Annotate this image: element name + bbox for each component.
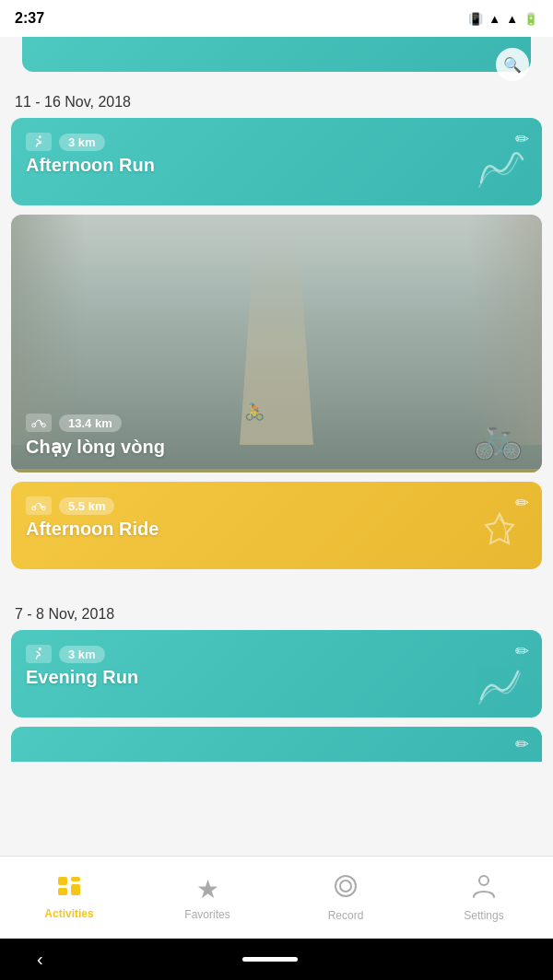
activity-meta: 3 km (26, 133, 527, 151)
svg-rect-8 (58, 888, 67, 895)
card-content: 13.4 km Chạy lòng vòng (11, 215, 542, 472)
home-pill[interactable] (242, 957, 298, 962)
activity-name: Afternoon Ride (26, 519, 527, 540)
record-label: Record (328, 909, 364, 922)
nav-item-activities[interactable]: Activities (0, 875, 138, 920)
activity-card-evening-run[interactable]: ✏ 3 km Evening Run (11, 630, 542, 718)
activity-name: Afternoon Run (26, 155, 527, 176)
distance-badge: 3 km (59, 646, 105, 663)
card-content: 3 km Evening Run (11, 630, 542, 703)
date-header-2: 7 - 8 Nov, 2018 (0, 593, 553, 630)
svg-point-5 (39, 648, 41, 650)
edit-icon-partial[interactable]: ✏ (515, 734, 529, 754)
activity-card-chay-long-vong[interactable]: 🚴 🚲 13.4 km Chạy lòng vòng (11, 215, 542, 472)
settings-label: Settings (464, 909, 503, 922)
cycle-icon (26, 414, 52, 432)
distance-badge: 5.5 km (59, 497, 114, 515)
battery-icon: 🔋 (524, 12, 538, 26)
status-time: 2:37 (15, 10, 44, 27)
home-bar: ‹ (0, 939, 553, 980)
record-icon (333, 873, 359, 905)
activity-card-afternoon-run[interactable]: ✏ 3 km Afternoon Run (11, 118, 542, 205)
activity-name: Evening Run (26, 667, 527, 688)
svg-point-10 (335, 876, 356, 896)
signal-vibrate-icon: 📳 (468, 12, 483, 26)
edit-icon[interactable]: ✏ (515, 641, 529, 661)
search-button[interactable]: 🔍 (496, 48, 529, 81)
svg-rect-7 (71, 877, 80, 881)
cycle-icon (26, 496, 52, 515)
wifi-icon: ▲ (488, 12, 500, 26)
run-icon (26, 645, 52, 663)
edit-icon[interactable]: ✏ (515, 129, 529, 149)
activity-meta: 3 km (26, 645, 527, 663)
partial-bottom-card: ✏ (11, 727, 542, 762)
distance-badge: 3 km (59, 134, 105, 151)
svg-point-12 (479, 876, 488, 885)
status-icons: 📳 ▲ ▲ 🔋 (468, 12, 538, 26)
activity-card-afternoon-ride[interactable]: ✏ 5.5 km Afternoon Ride (11, 482, 542, 569)
svg-point-0 (39, 135, 41, 138)
svg-rect-9 (71, 884, 80, 895)
activity-name: Chạy lòng vòng (26, 436, 527, 458)
favorites-label: Favorites (184, 908, 229, 921)
status-bar: 2:37 📳 ▲ ▲ 🔋 (0, 0, 553, 37)
back-button[interactable]: ‹ (37, 949, 43, 970)
nav-item-settings[interactable]: Settings (415, 873, 553, 922)
favorites-icon: ★ (196, 874, 219, 904)
card-content: 5.5 km Afternoon Ride (11, 482, 542, 554)
svg-rect-6 (58, 877, 67, 885)
nav-item-favorites[interactable]: ★ Favorites (138, 874, 276, 921)
section-spacer (0, 577, 553, 593)
nav-item-record[interactable]: Record (276, 873, 415, 922)
partial-top-card (22, 37, 531, 72)
activity-meta: 13.4 km (26, 414, 527, 432)
edit-icon[interactable]: ✏ (515, 493, 529, 513)
svg-point-11 (340, 881, 351, 892)
scroll-content: 🔍 11 - 16 Nov, 2018 ✏ 3 km Afternoon Run (0, 37, 553, 856)
distance-badge: 13.4 km (59, 414, 122, 432)
activity-meta: 5.5 km (26, 496, 527, 515)
bottom-nav: Activities ★ Favorites Record Settings (0, 856, 553, 939)
activities-icon (56, 875, 82, 904)
date-header-1: 11 - 16 Nov, 2018 (0, 81, 553, 118)
settings-icon (472, 873, 496, 905)
signal-icon: ▲ (506, 12, 518, 26)
card-content: 3 km Afternoon Run (11, 118, 542, 191)
activities-label: Activities (44, 907, 93, 920)
run-icon (26, 133, 52, 151)
